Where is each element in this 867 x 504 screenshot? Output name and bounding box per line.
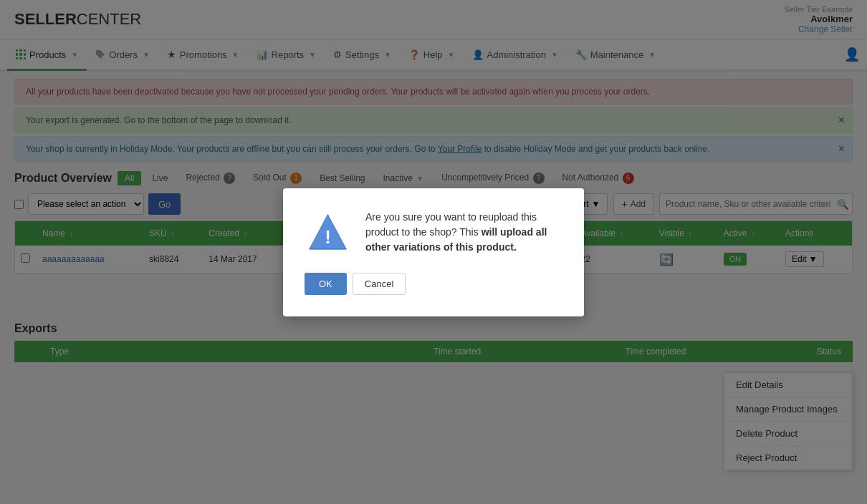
modal-body: ! Are you sure you want to reupload this… — [305, 210, 562, 258]
modal-text: Are you sure you want to reupload this p… — [365, 210, 562, 255]
modal-ok-button[interactable]: OK — [305, 273, 347, 295]
modal-warning-icon: ! — [305, 210, 351, 258]
modal-footer: OK Cancel — [305, 273, 562, 295]
modal-overlay: ! Are you sure you want to reupload this… — [0, 0, 867, 369]
svg-text:!: ! — [325, 226, 331, 248]
modal-cancel-button[interactable]: Cancel — [353, 273, 406, 295]
modal-dialog: ! Are you sure you want to reupload this… — [283, 188, 584, 316]
